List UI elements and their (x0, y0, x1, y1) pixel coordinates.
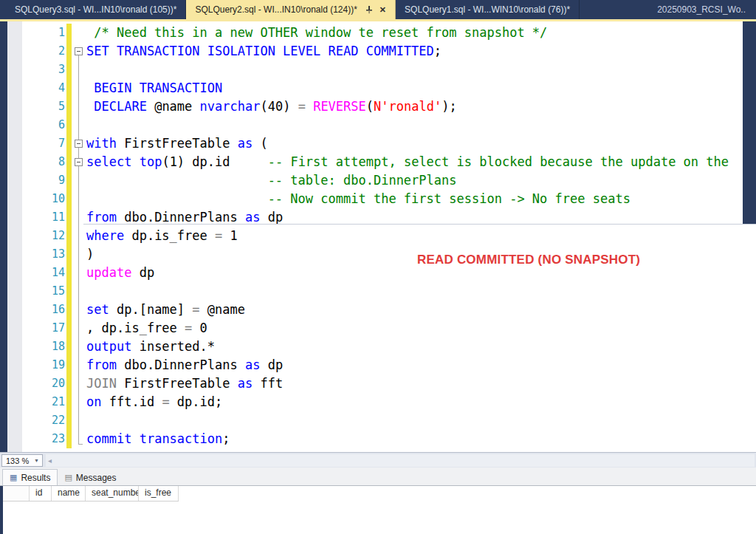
code-text: , dp.is_free = 0 (86, 319, 207, 338)
column-header-seat_number[interactable]: seat_number (86, 486, 139, 501)
code-text: from dbo.DinnerPlans as dp (86, 356, 283, 374)
line-number: 20 (24, 374, 65, 393)
code-text: where dp.is_free = 1 (86, 227, 238, 245)
line-number: 9 (24, 171, 65, 190)
annotation-overlay: READ COMMITTED (NO SNAPSHOT) (417, 253, 640, 267)
code-line[interactable]: 3 (7, 61, 756, 79)
line-number: 14 (24, 264, 65, 282)
code-text: on fft.id = dp.id; (86, 393, 222, 411)
line-number: 11 (24, 208, 65, 227)
row-header-cell (3, 486, 30, 501)
scroll-left-arrow-icon[interactable]: ◂ (46, 456, 52, 465)
column-header-id[interactable]: id (30, 486, 52, 501)
document-tab-bar: SQLQuery3.sql - WI...IN10\ronald (105))*… (0, 0, 756, 19)
code-line[interactable]: 7with FirstFreeTable as ( (7, 134, 756, 153)
results-tab-label: Messages (76, 473, 117, 483)
horizontal-scrollbar[interactable]: ◂ (46, 454, 755, 467)
secondary-window-tab[interactable]: 20250903_RCSI_Wo.. (647, 0, 756, 19)
code-line[interactable]: 10 -- Now commit the first session -> No… (7, 190, 756, 208)
line-number: 10 (24, 190, 65, 208)
code-text: select top(1) dp.id -- First attempt, se… (86, 153, 729, 171)
secondary-window-tab-label: 20250903_RCSI_Wo.. (657, 4, 746, 15)
document-tab-label: SQLQuery3.sql - WI...IN10\ronald (105))* (15, 4, 176, 15)
line-number: 12 (24, 227, 65, 245)
code-line[interactable]: 1 /* Need this in a new OTHER window te … (7, 24, 756, 42)
tab-results[interactable]: ▦Results (2, 469, 58, 485)
code-line[interactable]: 20JOIN FirstFreeTable as fft (7, 374, 756, 393)
document-tab[interactable]: SQLQuery1.sql - WI...WIN10\ronald (76))* (396, 0, 580, 19)
close-icon[interactable]: ✕ (379, 5, 386, 15)
code-line[interactable]: 19from dbo.DinnerPlans as dp (7, 356, 756, 374)
document-tab[interactable]: SQLQuery2.sql - WI...IN10\ronald (124))*… (186, 0, 396, 19)
code-text: update dp (86, 264, 154, 282)
code-text: output inserted.* (86, 338, 215, 356)
code-line[interactable]: 12where dp.is_free = 1 (7, 227, 756, 245)
code-line[interactable]: 17, dp.is_free = 0 (7, 319, 756, 338)
results-grid: idnameseat_numberis_free (0, 485, 756, 534)
line-number: 16 (24, 301, 65, 319)
column-header-is_free[interactable]: is_free (139, 486, 179, 501)
line-number: 4 (24, 79, 65, 97)
line-number: 5 (24, 97, 65, 116)
results-tab-label: Results (21, 473, 50, 483)
line-number: 22 (24, 411, 65, 430)
document-tab-label: SQLQuery2.sql - WI...IN10\ronald (124))* (195, 4, 357, 15)
code-line[interactable]: 16set dp.[name] = @name (7, 301, 756, 319)
line-number: 23 (24, 430, 65, 448)
code-text: -- Now commit the first session -> No fr… (86, 190, 630, 208)
code-line[interactable]: 8select top(1) dp.id -- First attempt, s… (7, 153, 756, 171)
window-right-edge (743, 21, 756, 224)
code-line[interactable]: 4 BEGIN TRANSACTION (7, 79, 756, 97)
results-grid-icon: ▦ (10, 473, 17, 482)
line-number: 15 (24, 282, 65, 301)
code-text: DECLARE @name nvarchar(40) = REVERSE(N'r… (86, 97, 457, 116)
code-editor[interactable]: 1 /* Need this in a new OTHER window te … (7, 21, 756, 452)
messages-icon: ▤ (64, 473, 72, 482)
pin-icon[interactable] (365, 5, 374, 14)
document-tab-label: SQLQuery1.sql - WI...WIN10\ronald (76))* (405, 4, 570, 15)
line-number: 6 (24, 116, 65, 134)
code-line[interactable]: 6 (7, 116, 756, 134)
results-pane-tab-strip: ▦Results▤Messages (0, 468, 756, 485)
line-number: 7 (24, 134, 65, 153)
chevron-down-icon[interactable]: ▼ (34, 458, 39, 463)
code-line[interactable]: 15 (7, 282, 756, 301)
code-text: JOIN FirstFreeTable as fft (86, 374, 283, 393)
line-number: 19 (24, 356, 65, 374)
line-number: 1 (24, 24, 65, 42)
results-grid-header: idnameseat_numberis_free (3, 486, 179, 502)
zoom-level-selector[interactable]: 133 % ▼ (1, 454, 43, 467)
line-number: 21 (24, 393, 65, 411)
code-text: commit transaction; (86, 430, 230, 448)
code-line[interactable]: 5 DECLARE @name nvarchar(40) = REVERSE(N… (7, 97, 756, 116)
code-line[interactable]: 13) (7, 245, 756, 264)
line-number: 18 (24, 338, 65, 356)
code-text: SET TRANSACTION ISOLATION LEVEL READ COM… (86, 42, 441, 61)
code-line[interactable]: 9 -- table: dbo.DinnerPlans (7, 171, 756, 190)
code-text: -- table: dbo.DinnerPlans (86, 171, 457, 190)
line-number: 13 (24, 245, 65, 264)
fold-collapse-button[interactable] (75, 158, 83, 166)
line-number: 3 (24, 61, 65, 79)
fold-collapse-button[interactable] (75, 140, 83, 148)
code-text: BEGIN TRANSACTION (86, 79, 222, 97)
document-tab[interactable]: SQLQuery3.sql - WI...IN10\ronald (105))* (6, 0, 186, 19)
code-line[interactable]: 14update dp (7, 264, 756, 282)
window-boundary-line (83, 224, 756, 225)
fold-collapse-button[interactable] (75, 47, 83, 55)
editor-scrollbar-row: 133 % ▼ ◂ (0, 452, 756, 468)
code-line[interactable]: 2SET TRANSACTION ISOLATION LEVEL READ CO… (7, 42, 756, 61)
code-line[interactable]: 23commit transaction; (7, 430, 756, 448)
code-line[interactable]: 18output inserted.* (7, 338, 756, 356)
code-line[interactable]: 22 (7, 411, 756, 430)
column-header-name[interactable]: name (52, 486, 86, 501)
zoom-level-value: 133 % (6, 456, 29, 465)
line-number: 2 (24, 42, 65, 61)
line-number: 17 (24, 319, 65, 338)
code-text: set dp.[name] = @name (86, 301, 245, 319)
code-text: ) (86, 245, 94, 264)
code-line[interactable]: 21on fft.id = dp.id; (7, 393, 756, 411)
tab-messages[interactable]: ▤Messages (58, 470, 123, 485)
code-text: /* Need this in a new OTHER window te re… (86, 24, 547, 42)
document-tabs: SQLQuery3.sql - WI...IN10\ronald (105))*… (0, 0, 580, 19)
